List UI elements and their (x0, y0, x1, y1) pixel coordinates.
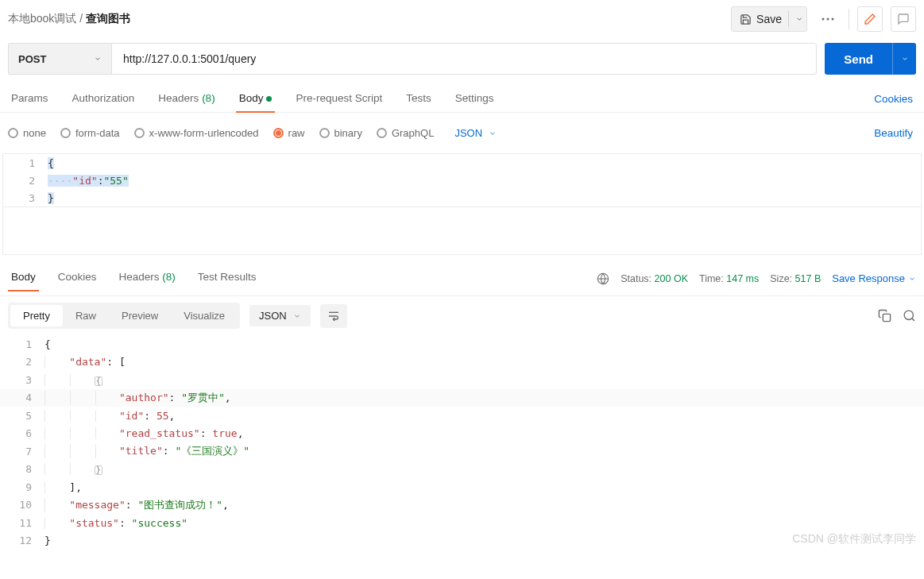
fold-icon[interactable]: } (95, 465, 102, 475)
tab-headers[interactable]: Headers (8) (155, 86, 218, 112)
chevron-down-icon (908, 275, 916, 283)
breadcrumb-current: 查询图书 (86, 12, 130, 25)
tab-tests[interactable]: Tests (403, 86, 435, 112)
edit-button[interactable] (857, 6, 883, 32)
save-button[interactable]: Save (731, 6, 807, 32)
resp-tab-cookies[interactable]: Cookies (55, 266, 100, 291)
breadcrumb-folder[interactable]: 本地book调试 (8, 12, 76, 25)
cookies-link[interactable]: Cookies (871, 87, 916, 111)
tab-settings[interactable]: Settings (452, 86, 497, 112)
pencil-icon (864, 13, 876, 25)
chevron-down-icon[interactable] (795, 15, 803, 23)
request-body-editor[interactable]: 1{ 2····"id":"55" 3} (2, 153, 922, 207)
fold-icon[interactable]: { (95, 376, 102, 386)
body-type-none[interactable]: none (8, 127, 46, 139)
body-type-raw[interactable]: raw (273, 127, 305, 139)
svg-line-8 (912, 318, 914, 321)
comment-button[interactable] (891, 6, 916, 32)
body-type-urlencoded[interactable]: x-www-form-urlencoded (134, 127, 259, 139)
radio-icon (377, 128, 387, 138)
chevron-down-icon (293, 312, 301, 320)
response-body-viewer[interactable]: 1{ 2 "data": [ 3 { 4 "author": "罗贯中", 5 … (0, 335, 924, 550)
time-label: Time: 147 ms (699, 273, 759, 284)
radio-icon (8, 128, 18, 138)
method-value: POST (18, 53, 46, 65)
tab-authorization[interactable]: Authorization (69, 86, 138, 112)
raw-format-select[interactable]: JSON (448, 124, 503, 142)
dot-icon (266, 96, 272, 102)
send-button[interactable]: Send (825, 43, 916, 75)
wrap-icon (327, 311, 340, 322)
tab-params[interactable]: Params (8, 86, 52, 112)
search-icon[interactable] (903, 309, 916, 322)
url-input[interactable] (111, 43, 817, 75)
globe-icon[interactable] (597, 272, 609, 285)
comment-icon (897, 13, 910, 25)
tab-prerequest[interactable]: Pre-request Script (292, 86, 385, 112)
tab-body[interactable]: Body (236, 86, 276, 112)
viewmode-pretty[interactable]: Pretty (10, 305, 63, 326)
size-label: Size: 517 B (770, 273, 821, 284)
resp-tab-body[interactable]: Body (8, 266, 39, 291)
viewmode-raw[interactable]: Raw (63, 305, 109, 326)
more-icon (822, 17, 834, 21)
viewmode-visualize[interactable]: Visualize (171, 305, 238, 326)
svg-point-0 (822, 18, 825, 21)
save-response-button[interactable]: Save Response (832, 272, 916, 284)
svg-point-1 (827, 18, 829, 21)
chevron-down-icon (94, 55, 102, 63)
svg-point-2 (832, 18, 834, 21)
save-label: Save (756, 13, 782, 25)
svg-rect-6 (883, 314, 890, 321)
chevron-down-icon (489, 129, 497, 137)
status-label: Status: 200 OK (621, 273, 688, 284)
chevron-down-icon (901, 55, 909, 63)
body-type-graphql[interactable]: GraphQL (377, 127, 434, 139)
breadcrumb: 本地book调试 / 查询图书 (8, 12, 130, 26)
method-select[interactable]: POST (8, 43, 111, 75)
svg-point-7 (904, 311, 913, 319)
more-button[interactable] (815, 6, 841, 32)
send-dropdown[interactable] (892, 43, 916, 75)
wrap-lines-button[interactable] (320, 304, 347, 328)
radio-icon (60, 128, 71, 138)
body-type-formdata[interactable]: form-data (60, 127, 120, 139)
beautify-link[interactable]: Beautify (871, 121, 916, 145)
send-label: Send (825, 52, 892, 66)
copy-icon[interactable] (878, 309, 891, 322)
response-format-select[interactable]: JSON (249, 305, 311, 326)
radio-icon (134, 128, 145, 138)
viewmode-preview[interactable]: Preview (109, 305, 171, 326)
body-type-binary[interactable]: binary (319, 127, 362, 139)
editor-padding (2, 207, 922, 255)
radio-icon (319, 128, 330, 138)
viewmode-tabs: Pretty Raw Preview Visualize (8, 303, 240, 329)
resp-tab-testresults[interactable]: Test Results (195, 266, 260, 291)
resp-tab-headers[interactable]: Headers (8) (116, 266, 179, 291)
save-icon (740, 14, 752, 25)
radio-icon (273, 128, 284, 138)
